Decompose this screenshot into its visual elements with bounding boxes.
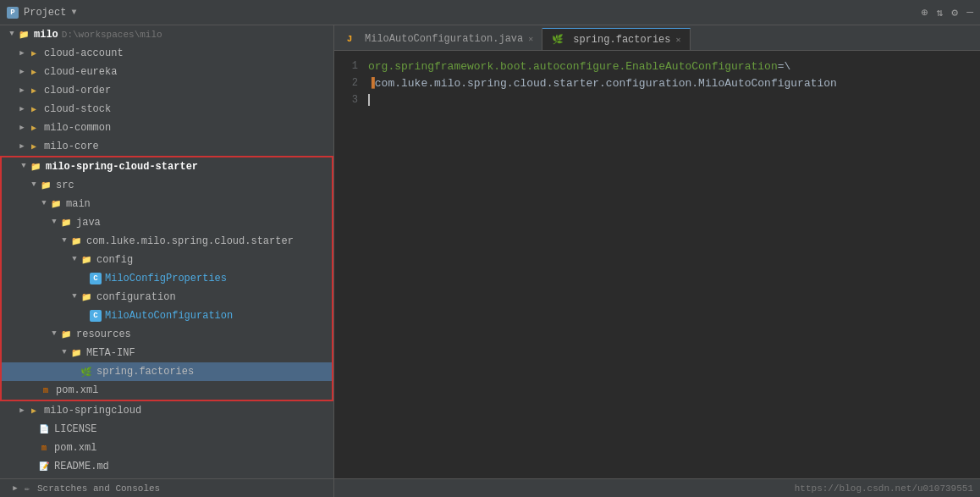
sidebar-item-src[interactable]: 📁 src	[2, 176, 332, 195]
cloud-stock-icon: ▶	[27, 102, 41, 116]
pom-starter-label: pom.xml	[56, 384, 98, 396]
factories-tab-close[interactable]: ✕	[675, 35, 680, 45]
config-arrow	[69, 255, 80, 265]
miloautoconfig-label: MiloAutoConfiguration	[105, 310, 233, 322]
cloud-stock-label: cloud-stock	[44, 103, 111, 115]
sidebar-item-milo-spring-cloud-starter[interactable]: 📁 milo-spring-cloud-starter	[2, 157, 332, 176]
factories-tab-icon: 🌿	[551, 33, 564, 47]
sidebar-item-license[interactable]: 📄 LICENSE	[0, 420, 333, 439]
sidebar-item-miloconfigproperties[interactable]: C MiloConfigProperties	[2, 269, 332, 288]
sidebar-item-cloud-order[interactable]: ▶ cloud-order	[0, 81, 333, 100]
editor-content[interactable]: 1 org.springframework.boot.autoconfigure…	[334, 51, 980, 478]
readme-arrow	[27, 461, 37, 472]
project-icon: P	[7, 7, 19, 19]
cloud-stock-arrow	[17, 104, 27, 114]
line-content-1: org.springframework.boot.autoconfigure.E…	[368, 60, 790, 73]
sidebar-item-cloud-stock[interactable]: ▶ cloud-stock	[0, 100, 333, 119]
metainf-arrow	[59, 348, 69, 358]
tree-container[interactable]: 📁 milo D:\workspaces\milo ▶ cloud-accoun…	[0, 25, 333, 478]
sidebar-item-main[interactable]: 📁 main	[2, 195, 332, 213]
cloud-eureka-icon: ▶	[27, 65, 41, 79]
milo-common-label: milo-common	[44, 122, 111, 134]
license-label: LICENSE	[54, 423, 96, 435]
miloautoconfig-icon: C	[90, 310, 102, 322]
sidebar-item-miloautoconfig[interactable]: C MiloAutoConfiguration	[2, 306, 332, 325]
cloud-order-icon: ▶	[27, 84, 41, 97]
tab-factories[interactable]: 🌿 spring.factories ✕	[542, 28, 690, 50]
sidebar-item-java[interactable]: 📁 java	[2, 213, 332, 232]
sync-icon[interactable]: ⇅	[937, 6, 944, 19]
configuration-arrow	[69, 292, 80, 302]
sidebar-item-resources[interactable]: 📁 resources	[2, 325, 332, 344]
main-label: main	[66, 198, 91, 210]
sidebar-item-pom-root[interactable]: m pom.xml	[0, 439, 333, 457]
cloud-eureka-arrow	[17, 67, 27, 77]
config-icon: 📁	[80, 253, 93, 267]
tab-java[interactable]: J MiloAutoConfiguration.java ✕	[334, 28, 542, 50]
editor-area: J MiloAutoConfiguration.java ✕ 🌿 spring.…	[334, 25, 980, 497]
project-label: Project	[24, 7, 66, 19]
spring-factories-arrow	[69, 367, 80, 377]
spring-factories-label: spring.factories	[96, 366, 194, 378]
line-content-3	[368, 94, 370, 107]
chevron-down-icon[interactable]: ▼	[71, 8, 76, 17]
miloconfig-icon: C	[90, 273, 102, 284]
miloconfig-label: MiloConfigProperties	[105, 273, 227, 284]
pom-root-arrow	[27, 443, 37, 453]
java-tab-icon: J	[343, 32, 356, 46]
sidebar-item-pkg[interactable]: 📁 com.luke.milo.spring.cloud.starter	[2, 232, 332, 251]
java-tab-label: MiloAutoConfiguration.java	[365, 33, 523, 45]
config-label: config	[96, 254, 133, 266]
milo-starter-label: milo-spring-cloud-starter	[46, 161, 198, 173]
sidebar-item-pom-starter[interactable]: m pom.xml	[2, 381, 332, 400]
cloud-order-arrow	[17, 86, 27, 96]
scratches-label: Scratches and Consoles	[37, 483, 160, 494]
sidebar-item-spring-factories[interactable]: 🌿 spring.factories	[2, 362, 332, 381]
bottom-bar: https://blog.csdn.net/u010739551	[334, 478, 980, 497]
settings-icon[interactable]: ⚙	[951, 6, 958, 19]
sidebar-item-milo-common[interactable]: ▶ milo-common	[0, 119, 333, 137]
configuration-icon: 📁	[80, 290, 93, 304]
configuration-label: configuration	[96, 291, 176, 303]
scratches-arrow	[10, 483, 20, 494]
root-folder-icon: 📁	[17, 28, 30, 41]
root-arrow	[7, 30, 17, 40]
milo-springcloud-icon: ▶	[27, 404, 41, 417]
spring-factories-icon: 🌿	[80, 365, 93, 378]
main-icon: 📁	[49, 197, 63, 211]
pom-starter-icon: m	[39, 384, 52, 397]
java-tab-close[interactable]: ✕	[528, 34, 533, 44]
pom-root-label: pom.xml	[54, 442, 96, 454]
sidebar-item-cloud-eureka[interactable]: ▶ cloud-eureka	[0, 63, 333, 81]
scratches-consoles[interactable]: ✏️ Scratches and Consoles	[0, 478, 333, 497]
minimize-icon[interactable]: —	[966, 6, 973, 19]
miloconfig-arrow	[80, 273, 90, 284]
sidebar-item-milo-core[interactable]: ▶ milo-core	[0, 137, 333, 156]
sidebar-item-cloud-account[interactable]: ▶ cloud-account	[0, 44, 333, 63]
sidebar-item-milo-springcloud[interactable]: ▶ milo-springcloud	[0, 401, 333, 420]
main-content: 📁 milo D:\workspaces\milo ▶ cloud-accoun…	[0, 25, 980, 497]
factories-tab-label: spring.factories	[573, 34, 670, 46]
sidebar-item-readme[interactable]: 📝 README.md	[0, 457, 333, 476]
title-bar-left: P Project ▼	[7, 7, 76, 19]
miloautoconfig-arrow	[80, 311, 90, 321]
tree-root[interactable]: 📁 milo D:\workspaces\milo	[0, 25, 333, 44]
cloud-account-label: cloud-account	[44, 47, 124, 59]
sidebar-item-configuration[interactable]: 📁 configuration	[2, 288, 332, 306]
java-arrow	[49, 218, 59, 228]
red-border-section: 📁 milo-spring-cloud-starter 📁 src 📁 main	[0, 156, 333, 401]
milo-core-label: milo-core	[44, 141, 99, 152]
resources-label: resources	[76, 329, 131, 340]
line-content-2: ▐com.luke.milo.spring.cloud.starter.conf…	[368, 77, 837, 90]
resources-arrow	[49, 329, 59, 340]
sidebar-item-meta-inf[interactable]: 📁 META-INF	[2, 344, 332, 362]
pom-starter-arrow	[29, 385, 39, 395]
metainf-label: META-INF	[86, 347, 135, 359]
root-path: D:\workspaces\milo	[62, 30, 162, 40]
pkg-icon: 📁	[69, 235, 83, 248]
license-arrow	[27, 424, 37, 434]
add-tool-icon[interactable]: ⊕	[922, 6, 928, 19]
title-bar-tools: ⊕ ⇅ ⚙ —	[922, 6, 973, 19]
readme-icon: 📝	[37, 460, 51, 473]
sidebar-item-config[interactable]: 📁 config	[2, 251, 332, 269]
